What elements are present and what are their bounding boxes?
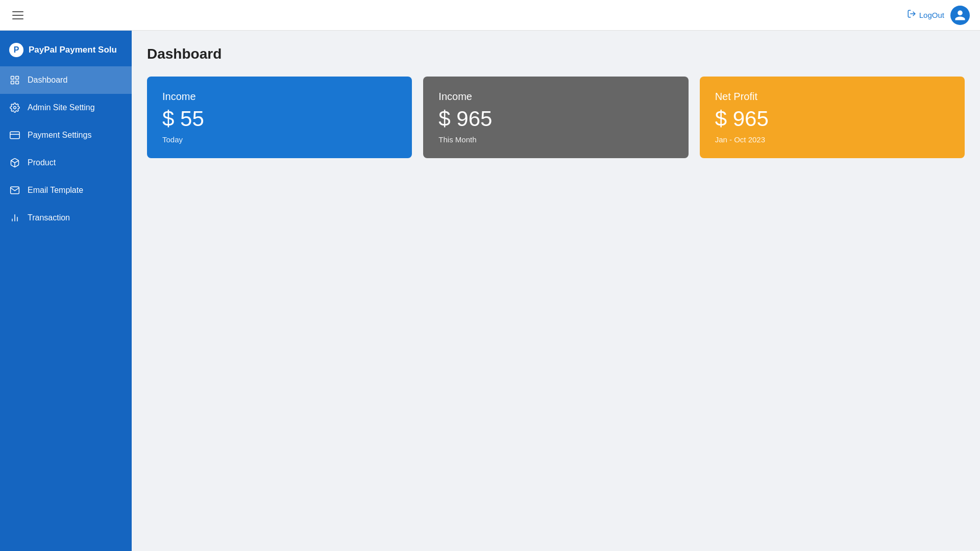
sidebar-item-payment-settings[interactable]: Payment Settings [0,121,132,149]
sidebar-item-label: Transaction [28,213,70,222]
credit-card-icon [9,130,20,141]
main-content: Dashboard Income $ 55 Today Income $ 965… [132,31,980,551]
avatar[interactable] [950,6,970,25]
sidebar-brand: P PayPal Payment Solu [0,36,132,66]
card-value: $ 965 [715,107,949,131]
svg-rect-6 [10,132,19,138]
svg-rect-2 [16,77,19,80]
brand-name: PayPal Payment Solu [29,45,117,55]
mail-icon [9,185,20,196]
sidebar-item-dashboard[interactable]: Dashboard [0,66,132,94]
sidebar-item-label: Admin Site Setting [28,103,95,112]
grid-icon [9,74,20,86]
card-subtitle: This Month [438,135,673,144]
svg-rect-3 [11,81,14,84]
header-right: LogOut [907,6,970,25]
sidebar-item-label: Payment Settings [28,131,91,140]
sidebar-item-admin-site-setting[interactable]: Admin Site Setting [0,94,132,121]
sidebar-item-label: Dashboard [28,76,67,85]
sidebar-nav: Dashboard Admin Site Setting Payment Set… [0,66,132,232]
sidebar-item-transaction[interactable]: Transaction [0,204,132,232]
logout-label: LogOut [919,11,944,19]
sidebar-item-label: Email Template [28,186,83,195]
stats-cards-row: Income $ 55 Today Income $ 965 This Mont… [147,77,965,158]
gear-icon [9,102,20,113]
svg-rect-1 [11,77,14,80]
card-title: Income [162,91,397,103]
svg-rect-4 [16,81,19,84]
sidebar-item-product[interactable]: Product [0,149,132,177]
income-today-card: Income $ 55 Today [147,77,412,158]
svg-point-5 [14,107,16,109]
card-title: Income [438,91,673,103]
sidebar-item-label: Product [28,158,56,167]
header-left [10,9,26,21]
card-subtitle: Jan - Oct 2023 [715,135,949,144]
sidebar: P PayPal Payment Solu Dashboard Admin Si… [0,31,132,551]
logout-icon [907,9,916,21]
top-header: LogOut [0,0,980,31]
card-value: $ 965 [438,107,673,131]
page-title: Dashboard [147,46,965,62]
sidebar-item-email-template[interactable]: Email Template [0,177,132,204]
card-title: Net Profit [715,91,949,103]
bar-chart-icon [9,212,20,223]
income-month-card: Income $ 965 This Month [423,77,688,158]
hamburger-menu[interactable] [10,9,26,21]
card-value: $ 55 [162,107,397,131]
logout-button[interactable]: LogOut [907,9,944,21]
paypal-logo-icon: P [9,43,23,57]
box-icon [9,157,20,168]
net-profit-card: Net Profit $ 965 Jan - Oct 2023 [700,77,965,158]
layout: P PayPal Payment Solu Dashboard Admin Si… [0,31,980,551]
card-subtitle: Today [162,135,397,144]
